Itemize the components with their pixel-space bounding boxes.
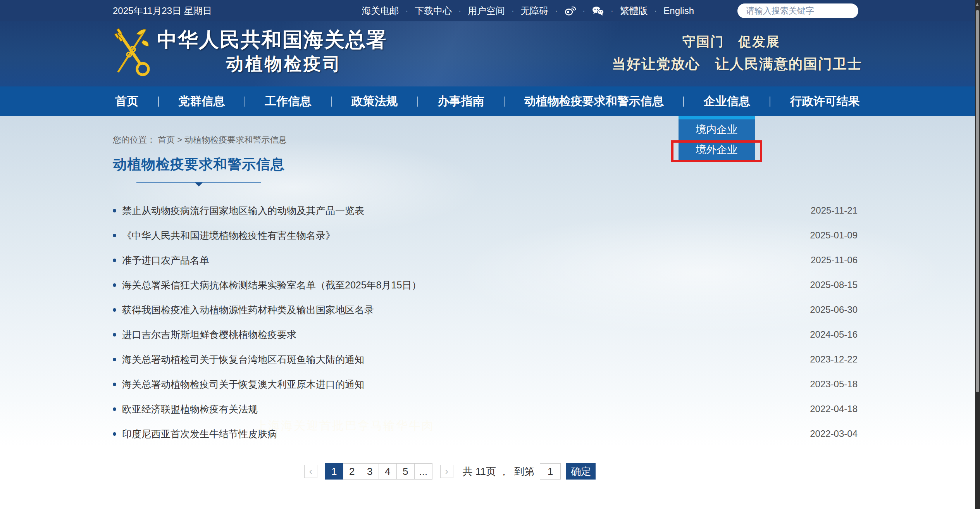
goto-page-input[interactable]: [540, 463, 561, 480]
pagination: ‹ 12345... › 共 11页 ， 到第 确定: [75, 463, 825, 480]
confirm-button[interactable]: 确定: [566, 463, 596, 480]
news-row: 《中华人民共和国进境植物检疫性有害生物名录》2025-01-09: [113, 223, 862, 248]
nav-separator: [158, 97, 159, 107]
topbar-links-group: 海关电邮下载中心用户空间无障碍: [362, 5, 565, 17]
news-title-link[interactable]: 欧亚经济联盟植物检疫有关法规: [122, 403, 810, 416]
page-number-group: 12345...: [325, 463, 432, 480]
nav-separator: [245, 97, 245, 107]
scrollbar-track[interactable]: [975, 0, 980, 509]
news-date: 2025-08-15: [810, 280, 862, 290]
nav-separator: [770, 97, 770, 107]
bullet-icon: [113, 432, 116, 436]
total-pages-label: 共 11页 ，: [463, 465, 509, 478]
nav-separator: [331, 97, 332, 107]
org-name: 中华人民共和国海关总署 动植物检疫司: [157, 27, 387, 76]
topbar: 2025年11月23日 星期日 海关电邮下载中心用户空间无障碍: [0, 0, 975, 21]
nav-item[interactable]: 办事指南: [436, 93, 487, 109]
news-date: 2023-12-22: [810, 354, 862, 365]
site-header: 中华人民共和国海关总署 动植物检疫司 守国门 促发展 当好让党放心 让人民满意的…: [0, 21, 975, 86]
topbar-link[interactable]: 下载中心: [415, 5, 468, 17]
weibo-icon[interactable]: [564, 6, 592, 16]
news-date: 2024-05-16: [810, 329, 862, 340]
site-logo[interactable]: 中华人民共和国海关总署 动植物检疫司: [113, 27, 387, 78]
news-row: 准予进口农产品名单2025-11-06: [113, 248, 862, 273]
search-box[interactable]: [737, 3, 858, 18]
news-title-link[interactable]: 海关总署采信狂犬病抗体检测结果实验室名单（截至2025年8月15日）: [122, 279, 810, 292]
news-title-link[interactable]: 印度尼西亚首次发生牛结节性皮肤病: [122, 428, 810, 440]
nav-item[interactable]: 首页: [113, 93, 141, 109]
news-date: 2025-11-21: [811, 205, 862, 216]
slogan-line2: 当好让党放心 让人民满意的国门卫士: [612, 55, 862, 74]
page-number-button[interactable]: 5: [396, 463, 415, 480]
bullet-icon: [113, 333, 116, 336]
nav-item[interactable]: 工作信息: [262, 93, 313, 109]
nav-separator: [504, 97, 505, 107]
customs-emblem-icon: [113, 27, 151, 78]
topbar-link[interactable]: 海关电邮: [362, 5, 415, 17]
page-number-button[interactable]: ...: [414, 463, 432, 480]
page-title-block: 动植物检疫要求和警示信息: [113, 155, 285, 186]
breadcrumb-label: 您的位置：: [113, 135, 155, 145]
nav-item[interactable]: 行政许可结果: [788, 93, 862, 109]
dropdown-item-domestic[interactable]: 境内企业: [679, 119, 755, 140]
main-content: 您的位置： 首页 > 动植物检疫要求和警示信息 动植物检疫要求和警示信息 禁止从…: [0, 116, 975, 509]
news-title-link[interactable]: 《中华人民共和国进境植物检疫性有害生物名录》: [122, 229, 810, 242]
nav-item[interactable]: 动植物检疫要求和警示信息: [522, 93, 666, 109]
news-row: 海关总署采信狂犬病抗体检测结果实验室名单（截至2025年8月15日）2025-0…: [113, 273, 862, 297]
bullet-icon: [113, 259, 116, 262]
page-number-button[interactable]: 3: [361, 463, 379, 480]
news-date: 2025-06-30: [810, 304, 862, 315]
nav-item[interactable]: 党群信息: [176, 93, 227, 109]
prev-page-button[interactable]: ‹: [304, 465, 317, 478]
news-date: 2025-01-09: [810, 230, 862, 241]
nav-item[interactable]: 企业信息: [701, 93, 753, 109]
news-date: 2022-04-18: [810, 404, 862, 414]
dropdown-accent-strip: [679, 116, 755, 119]
slogan: 守国门 促发展 当好让党放心 让人民满意的国门卫士: [612, 33, 862, 74]
bullet-icon: [113, 407, 116, 411]
nav-dropdown-enterprise: 境内企业 境外企业: [679, 116, 755, 160]
bullet-icon: [113, 308, 116, 312]
news-row: 海关总署动植物检疫司关于恢复澳大利亚原木进口的通知2023-05-18: [113, 372, 862, 397]
current-date: 2025年11月23日 星期日: [113, 5, 212, 17]
news-title-link[interactable]: 获得我国检疫准入动植物源性药材种类及输出国家地区名录: [122, 304, 810, 316]
news-title-link[interactable]: 海关总署动植物检疫司关于恢复澳大利亚原木进口的通知: [122, 378, 810, 391]
main-nav: 首页党群信息工作信息政策法规办事指南动植物检疫要求和警示信息企业信息行政许可结果: [0, 86, 975, 116]
scrollbar-thumb[interactable]: [976, 10, 979, 392]
scrollbar-up-arrow-icon[interactable]: [976, 3, 979, 6]
news-row: 欧亚经济联盟植物检疫有关法规2022-04-18: [113, 397, 862, 421]
page-title: 动植物检疫要求和警示信息: [113, 155, 285, 174]
breadcrumb-home-link[interactable]: 首页: [158, 135, 175, 145]
news-row: 海关总署动植检司关于恢复台湾地区石斑鱼输大陆的通知2023-12-22: [113, 347, 862, 372]
bullet-icon: [113, 383, 116, 386]
bullet-icon: [113, 283, 116, 287]
page-number-button[interactable]: 2: [343, 463, 361, 480]
nav-item[interactable]: 政策法规: [349, 93, 400, 109]
news-title-link[interactable]: 海关总署动植检司关于恢复台湾地区石斑鱼输大陆的通知: [122, 353, 810, 366]
wechat-icon[interactable]: [592, 6, 620, 16]
news-date: 2025-11-06: [811, 255, 862, 266]
topbar-links: 海关电邮下载中心用户空间无障碍: [362, 5, 694, 17]
page-number-button[interactable]: 4: [379, 463, 397, 480]
page: 2025年11月23日 星期日 海关电邮下载中心用户空间无障碍: [0, 0, 975, 509]
nav-separator: [417, 97, 418, 107]
page-number-button[interactable]: 1: [325, 463, 343, 480]
news-row: 获得我国检疫准入动植物源性药材种类及输出国家地区名录2025-06-30: [113, 297, 862, 322]
news-title-link[interactable]: 进口吉尔吉斯斯坦鲜食樱桃植物检疫要求: [122, 328, 810, 341]
bullet-icon: [113, 358, 116, 361]
topbar-link[interactable]: 繁體版: [620, 5, 664, 17]
topbar-link[interactable]: 无障碍: [521, 5, 565, 17]
org-name-line2: 动植物检疫司: [157, 52, 387, 76]
news-row: 禁止从动物疫病流行国家地区输入的动物及其产品一览表2025-11-21: [113, 198, 862, 223]
news-row: 进口吉尔吉斯斯坦鲜食樱桃植物检疫要求2024-05-16: [113, 322, 862, 347]
news-title-link[interactable]: 禁止从动物疫病流行国家地区输入的动物及其产品一览表: [122, 204, 811, 217]
news-title-link[interactable]: 准予进口农产品名单: [122, 254, 811, 267]
bullet-icon: [113, 209, 116, 212]
search-input[interactable]: [745, 5, 858, 16]
news-date: 2023-05-18: [810, 379, 862, 390]
next-page-button[interactable]: ›: [440, 465, 453, 478]
topbar-link[interactable]: English: [663, 5, 694, 16]
title-arrow-icon: [195, 183, 203, 186]
dropdown-item-overseas[interactable]: 境外企业: [679, 140, 755, 160]
topbar-link[interactable]: 用户空间: [468, 5, 521, 17]
